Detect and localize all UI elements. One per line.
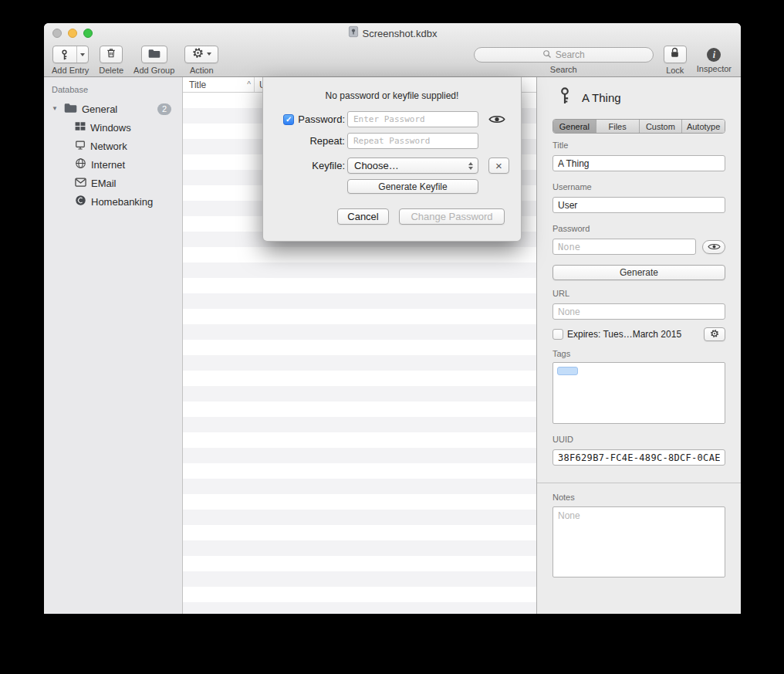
title-field[interactable] [553, 155, 725, 171]
folder-icon [64, 103, 77, 116]
dialog-actions: Cancel Change Password [263, 208, 521, 225]
action-button[interactable] [184, 46, 218, 63]
sidebar-item-internet[interactable]: Internet [44, 155, 182, 174]
tab-general[interactable]: General [553, 120, 596, 133]
checkmark-icon: ✓ [286, 115, 292, 124]
search-icon [542, 48, 552, 62]
key-icon [557, 86, 573, 108]
zoom-button[interactable] [83, 29, 93, 38]
search-label: Search [550, 65, 577, 74]
close-button[interactable] [52, 29, 62, 38]
sidebar-item-windows[interactable]: Windows [44, 118, 182, 137]
trash-icon [106, 47, 117, 62]
expires-checkbox[interactable] [553, 329, 563, 340]
action-label: Action [190, 66, 214, 75]
inspector-toggle-button[interactable]: i [707, 48, 721, 62]
add-entry-button[interactable] [52, 46, 89, 63]
change-password-label: Change Password [411, 211, 492, 222]
gear-icon [710, 327, 719, 341]
window-chrome: Screenshot.kdbx Add Entry Delete [44, 23, 741, 77]
generate-label: Generate [620, 267, 658, 278]
reveal-password-button[interactable] [702, 240, 725, 254]
add-group-label: Add Group [133, 66, 174, 75]
lock-button[interactable] [664, 46, 687, 63]
gear-icon [192, 47, 204, 62]
password-row: ✓ Password: [263, 111, 521, 127]
url-field[interactable] [553, 303, 725, 320]
toolbar-item-add-group: Add Group [133, 46, 174, 75]
tab-custom[interactable]: Custom [639, 120, 682, 133]
clear-keyfile-button[interactable]: × [488, 157, 509, 174]
password-field[interactable] [553, 239, 696, 255]
password-label: Password: [298, 113, 345, 125]
toolbar-item-search: Search Search [474, 46, 654, 74]
generate-keyfile-label: Generate Keyfile [378, 181, 447, 192]
expires-row: Expires: Tues…March 2015 [553, 327, 725, 341]
sidebar-item-email[interactable]: EMail [44, 174, 182, 192]
username-field[interactable] [553, 197, 725, 213]
column-label: Title [189, 80, 206, 90]
keyfile-selected-value: Choose… [354, 160, 399, 171]
chevron-down-icon[interactable] [76, 46, 88, 63]
search-placeholder: Search [556, 49, 585, 60]
network-icon [75, 140, 86, 153]
envelope-icon [75, 178, 86, 189]
tag-chip[interactable] [557, 367, 578, 375]
entry-title: A Thing [582, 91, 621, 104]
sidebar: Database ▼ General 2 Windows Network Int… [44, 77, 183, 614]
delete-button[interactable] [100, 46, 123, 63]
generate-keyfile-button[interactable]: Generate Keyfile [347, 179, 478, 194]
notes-field[interactable]: None [553, 506, 725, 577]
password-checkbox[interactable]: ✓ [283, 114, 294, 125]
toolbar-item-add-entry: Add Entry [52, 46, 89, 75]
key-icon [53, 46, 76, 63]
repeat-password-input[interactable] [347, 133, 478, 149]
expires-options-button[interactable] [704, 327, 725, 341]
change-password-sheet: No password or keyfile supplied! ✓ Passw… [262, 77, 522, 242]
close-x-icon: × [495, 159, 502, 172]
add-group-button[interactable] [141, 46, 167, 63]
uuid-field[interactable] [553, 449, 725, 466]
inspector-label: Inspector [697, 64, 732, 73]
password-label: Password [553, 224, 725, 233]
minimize-button[interactable] [68, 29, 77, 38]
inspector-panel: A Thing General Files Custom Autotype Ti… [536, 77, 741, 614]
search-input[interactable]: Search [474, 47, 654, 63]
windows-icon [75, 121, 86, 134]
generate-password-button[interactable]: Generate [553, 265, 725, 280]
toolbar-item-action: Action [184, 46, 218, 75]
tags-field[interactable] [553, 362, 725, 424]
toolbar-item-lock: Lock [664, 46, 687, 75]
sidebar-item-label: Network [90, 141, 127, 152]
traffic-lights [52, 29, 93, 38]
toolbar-item-delete: Delete [99, 46, 123, 75]
notes-placeholder: None [558, 510, 580, 521]
column-header-title[interactable]: Title ^ [183, 77, 255, 92]
change-password-button[interactable]: Change Password [399, 208, 505, 225]
delete-label: Delete [99, 66, 123, 75]
uuid-label: UUID [553, 435, 725, 444]
repeat-row: Repeat: [263, 133, 521, 149]
sort-ascending-icon: ^ [247, 80, 251, 89]
sidebar-item-network[interactable]: Network [44, 137, 182, 155]
username-label: Username [553, 182, 725, 191]
password-row [553, 239, 725, 255]
entry-header: A Thing [553, 86, 725, 108]
password-input[interactable] [347, 111, 478, 127]
disclosure-triangle-icon[interactable]: ▼ [52, 106, 59, 112]
sidebar-item-homebanking[interactable]: Homebanking [44, 192, 182, 211]
sidebar-item-general[interactable]: ▼ General 2 [44, 100, 182, 118]
popup-arrows-icon [468, 160, 475, 172]
document-icon [348, 25, 359, 41]
tab-files[interactable]: Files [596, 120, 639, 133]
window-title: Screenshot.kdbx [363, 28, 438, 39]
sidebar-item-label: Windows [90, 122, 131, 134]
toolbar: Add Entry Delete Add Group Action [44, 43, 741, 77]
tab-autotype[interactable]: Autotype [681, 120, 725, 133]
reveal-password-button[interactable] [488, 114, 505, 124]
repeat-label: Repeat: [309, 135, 345, 147]
keyfile-popup[interactable]: Choose… [347, 157, 478, 174]
sidebar-item-label: Internet [91, 159, 125, 171]
section-divider [537, 483, 741, 483]
cancel-button[interactable]: Cancel [337, 208, 389, 225]
